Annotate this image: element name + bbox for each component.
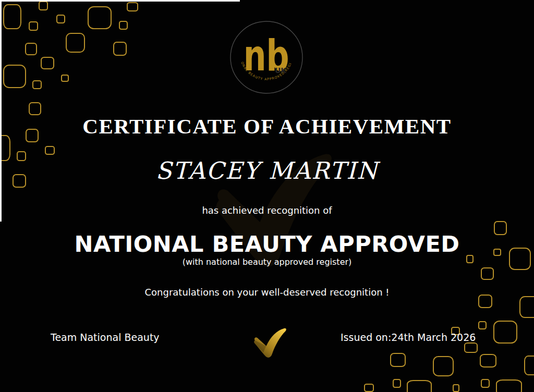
decor-square [39, 1, 48, 10]
certificate: nb UK NATIONAL BEAUTY APPROVED REGISTER … [0, 0, 534, 392]
decor-square [453, 384, 459, 392]
decor-square [32, 80, 42, 89]
decor-square [478, 321, 487, 329]
decor-square [29, 21, 38, 31]
decor-square [493, 321, 517, 344]
decor-square [56, 15, 65, 23]
decor-square [3, 65, 26, 88]
decor-square [481, 267, 494, 280]
award-note: (with national beauty approved register) [0, 257, 534, 267]
brand-logo: nb UK NATIONAL BEAUTY APPROVED REGISTER [230, 21, 303, 94]
award-title: NATIONAL BEAUTY APPROVED [0, 231, 534, 257]
decor-square [45, 146, 55, 155]
decor-square [481, 379, 490, 388]
recipient-name: STACEY MARTIN [0, 157, 534, 185]
page-edge-left [0, 0, 2, 222]
approval-check-icon [249, 327, 289, 360]
subtitle-text: has achieved recognition of [0, 205, 534, 216]
decor-square [25, 43, 37, 55]
decor-square [113, 42, 127, 56]
decor-square [88, 6, 112, 29]
decor-square [433, 356, 454, 376]
issuer-signature: Team National Beauty [51, 332, 160, 343]
issue-date: Issued on:24th March 2026 [341, 332, 476, 343]
decor-square [127, 2, 138, 11]
decor-square [3, 4, 21, 29]
decor-square [524, 356, 534, 375]
decor-square [519, 296, 534, 318]
decor-square [41, 57, 54, 69]
decor-square [390, 353, 406, 367]
decor-square [480, 354, 496, 368]
decor-square [464, 342, 478, 353]
decor-square [496, 379, 522, 392]
congratulations-text: Congratulations on your well-deserved re… [0, 287, 534, 298]
certificate-title: CERTIFICATE OF ACHIEVEMENT [0, 114, 534, 139]
decor-square [119, 21, 128, 30]
decor-square [393, 379, 401, 388]
decor-square [364, 384, 374, 392]
decor-square [61, 75, 69, 82]
decor-square [407, 380, 432, 392]
decor-square [66, 33, 85, 53]
page-edge-top [0, 0, 240, 2]
